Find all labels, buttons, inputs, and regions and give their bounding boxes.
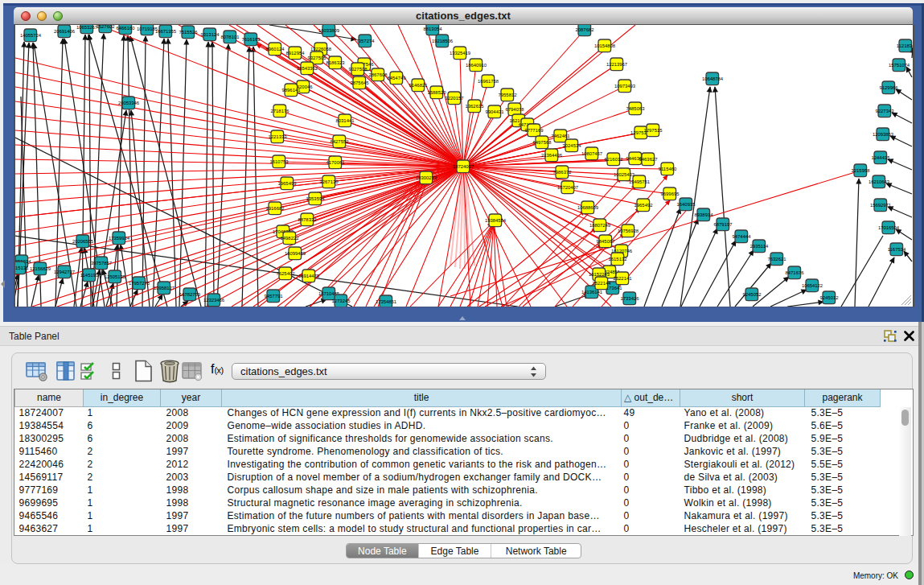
svg-text:10648784: 10648784 — [702, 76, 724, 81]
svg-text:10807457: 10807457 — [581, 151, 602, 156]
svg-text:1297515: 1297515 — [644, 128, 663, 133]
svg-text:18640910: 18640910 — [466, 63, 487, 68]
svg-text:9896141: 9896141 — [282, 88, 301, 93]
svg-text:17359924: 17359924 — [109, 236, 130, 241]
svg-text:18724007: 18724007 — [453, 164, 474, 169]
svg-text:17016504: 17016504 — [878, 225, 900, 230]
svg-text:14055724: 14055724 — [20, 33, 42, 38]
svg-text:9777169: 9777169 — [525, 128, 544, 133]
svg-text:7955812: 7955812 — [499, 93, 517, 97]
svg-text:1498222: 1498222 — [281, 236, 299, 241]
svg-text:2718176: 2718176 — [271, 109, 290, 113]
svg-text:1916682: 1916682 — [266, 206, 285, 211]
svg-text:7462461: 7462461 — [552, 134, 570, 138]
svg-text:16671355: 16671355 — [155, 29, 177, 34]
svg-text:10958127: 10958127 — [154, 286, 175, 290]
svg-text:8471676: 8471676 — [786, 270, 805, 275]
svg-text:17957275: 17957275 — [129, 281, 150, 286]
svg-text:8938914: 8938914 — [695, 212, 714, 217]
svg-text:8078101: 8078101 — [221, 35, 240, 39]
svg-text:1273245: 1273245 — [332, 299, 351, 303]
svg-text:8427552: 8427552 — [331, 139, 349, 144]
svg-text:6216012: 6216012 — [605, 157, 623, 162]
svg-text:3875645: 3875645 — [351, 80, 370, 85]
svg-text:8186323: 8186323 — [326, 60, 346, 65]
svg-text:3220157: 3220157 — [446, 96, 464, 101]
svg-text:16152243: 16152243 — [589, 272, 610, 277]
svg-text:4170061: 4170061 — [326, 160, 345, 165]
svg-text:8912954: 8912954 — [286, 51, 306, 56]
svg-text:6466160: 6466160 — [117, 26, 136, 31]
svg-text:12942737: 12942737 — [54, 270, 75, 274]
svg-text:1121834: 1121834 — [897, 43, 913, 48]
svg-text:1610753: 1610753 — [270, 159, 290, 164]
svg-text:10756928: 10756928 — [618, 229, 639, 233]
svg-text:17354851: 17354851 — [376, 299, 396, 304]
svg-text:6879197: 6879197 — [714, 222, 733, 227]
svg-text:9227343: 9227343 — [876, 109, 895, 113]
svg-text:1244415: 1244415 — [872, 155, 891, 160]
svg-text:16782759: 16782759 — [179, 292, 200, 297]
svg-text:8960124: 8960124 — [266, 47, 285, 51]
svg-text:9115460: 9115460 — [659, 167, 677, 171]
svg-text:13226058: 13226058 — [310, 47, 332, 51]
svg-text:9474444: 9474444 — [733, 234, 752, 239]
svg-text:10973493: 10973493 — [614, 84, 636, 89]
svg-text:9129966: 9129966 — [880, 85, 899, 90]
svg-text:9146821: 9146821 — [409, 83, 428, 88]
svg-text:16033809: 16033809 — [318, 28, 339, 33]
svg-text:3267130: 3267130 — [320, 179, 339, 184]
svg-text:7625402: 7625402 — [277, 271, 295, 276]
svg-text:3915131: 3915131 — [15, 266, 28, 270]
svg-text:21364436: 21364436 — [541, 153, 563, 158]
svg-text:13325419: 13325419 — [450, 51, 470, 56]
svg-text:1733426: 1733426 — [621, 296, 640, 301]
svg-text:1167534: 1167534 — [888, 247, 906, 252]
svg-text:6497568: 6497568 — [533, 140, 552, 145]
svg-text:1221333: 1221333 — [269, 134, 288, 139]
svg-text:6794078: 6794078 — [506, 107, 525, 112]
svg-text:7616163: 7616163 — [242, 37, 261, 42]
svg-text:9463627: 9463627 — [639, 157, 658, 162]
svg-text:16099489: 16099489 — [285, 251, 306, 256]
svg-text:7357274: 7357274 — [356, 39, 376, 43]
svg-text:1640935: 1640935 — [677, 202, 696, 207]
svg-text:9327508: 9327508 — [349, 67, 368, 72]
svg-text:9327505: 9327505 — [308, 56, 327, 60]
svg-text:8878332: 8878332 — [298, 217, 317, 222]
svg-text:12213967: 12213967 — [606, 62, 627, 67]
svg-text:1615132: 1615132 — [609, 257, 627, 262]
svg-text:1588520: 1588520 — [428, 90, 447, 95]
svg-text:1965493: 1965493 — [278, 181, 298, 186]
svg-text:1965492: 1965492 — [634, 203, 653, 208]
svg-text:2935114: 2935114 — [750, 244, 769, 249]
svg-text:15692971: 15692971 — [870, 203, 891, 208]
svg-text:1527602: 1527602 — [97, 25, 115, 29]
svg-text:16543362: 16543362 — [297, 66, 318, 71]
svg-text:18807249: 18807249 — [589, 223, 610, 228]
svg-text:10025433: 10025433 — [614, 172, 635, 177]
svg-text:9457791: 9457791 — [265, 294, 283, 299]
svg-text:1145193: 1145193 — [80, 273, 99, 278]
svg-text:20053346: 20053346 — [118, 101, 140, 105]
svg-text:12156829: 12156829 — [30, 266, 51, 271]
svg-text:8454749: 8454749 — [388, 76, 406, 80]
svg-text:3024534: 3024534 — [563, 143, 582, 148]
svg-text:16210643: 16210643 — [869, 179, 890, 184]
svg-text:20691406: 20691406 — [54, 29, 76, 34]
svg-text:12505135: 12505135 — [105, 274, 126, 279]
svg-text:13495751: 13495751 — [629, 179, 650, 184]
svg-text:7515526: 7515526 — [179, 30, 199, 35]
svg-text:39757857: 39757857 — [91, 261, 112, 266]
svg-text:10654122: 10654122 — [802, 283, 823, 288]
svg-text:2522141: 2522141 — [614, 276, 632, 281]
svg-text:9313124: 9313124 — [201, 32, 220, 37]
svg-text:3215958: 3215958 — [852, 168, 871, 173]
svg-text:7986372: 7986372 — [553, 170, 572, 175]
svg-text:15751074: 15751074 — [889, 63, 910, 68]
svg-text:1353594: 1353594 — [306, 196, 326, 201]
svg-text:19384554: 19384554 — [485, 218, 507, 223]
svg-text:2867608: 2867608 — [369, 72, 388, 77]
svg-text:9845067: 9845067 — [597, 239, 615, 244]
svg-text:15720407: 15720407 — [557, 185, 578, 190]
